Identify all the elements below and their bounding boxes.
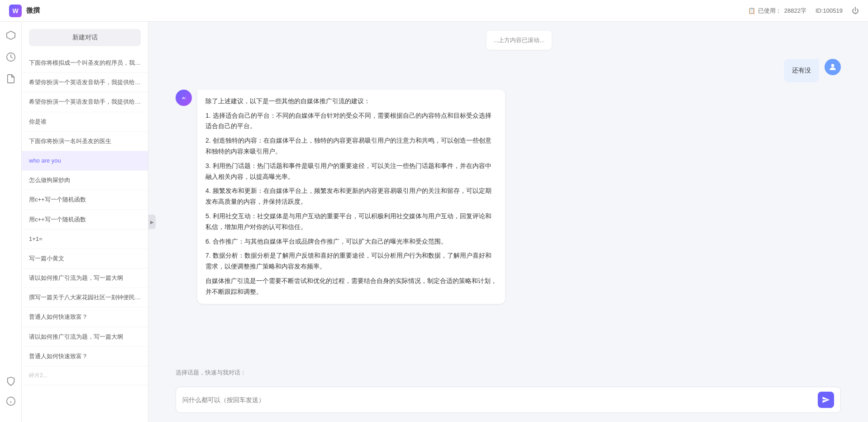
usage-info: 📋 已使用： 28822字	[748, 7, 806, 15]
chat-messages: ...上方内容已滚动... 还有没 Ai	[148, 22, 868, 364]
clock-icon[interactable]	[5, 51, 17, 63]
user-id: ID:100519	[816, 7, 843, 14]
input-wrapper	[176, 387, 841, 413]
ai-para-7: 7. 数据分析：数据分析是了解用户反馈和喜好的重要途径，可以分析用户行为和数据，…	[205, 250, 497, 272]
conv-item-3[interactable]: 希望你扮演一个英语发音助手，我提供给你...	[22, 92, 148, 112]
quick-select-label: 选择话题，快速与我对话：	[176, 369, 841, 377]
ai-para-8: 自媒体推广引流是一个需要不断尝试和优化的过程，需要结合自身的实际情况，制定合适的…	[205, 276, 497, 297]
conv-item-bottom[interactable]: 碎片2...	[22, 366, 148, 385]
svg-text:Ai: Ai	[182, 96, 186, 100]
ai-para-2: 2. 创造独特的内容：在自媒体平台上，独特的内容更容易吸引用户的注意力和共鸣，可…	[205, 135, 497, 157]
app-title: 微撰	[26, 6, 40, 15]
ai-para-4: 4. 频繁发布和更新：在自媒体平台上，频繁发布和更新的内容更容易吸引用户的关注和…	[205, 186, 497, 207]
conv-item-8[interactable]: 用c++写一个随机函数	[22, 190, 148, 210]
conv-item-5[interactable]: 下面你将扮演一名叫圣友的医生	[22, 132, 148, 151]
document-icon[interactable]	[5, 72, 17, 85]
hexagon-icon[interactable]	[5, 29, 17, 42]
ai-para-6: 6. 合作推广：与其他自媒体平台或品牌合作推广，可以扩大自己的曝光率和受众范围。	[205, 236, 497, 247]
conv-item-14[interactable]: 普通人如何快速致富？	[22, 307, 148, 327]
icon-sidebar	[0, 22, 22, 422]
conv-item-2[interactable]: 希望你扮演一个英语发音助手，我提供给你...	[22, 73, 148, 92]
svg-marker-0	[6, 31, 14, 39]
info-icon[interactable]	[5, 395, 17, 408]
chat-input[interactable]	[182, 396, 813, 403]
conv-item-7[interactable]: 怎么做狗屎炒肉	[22, 171, 148, 190]
user-message-row: 还有没	[176, 59, 841, 82]
shield-icon[interactable]	[5, 375, 17, 388]
conv-item-4[interactable]: 你是谁	[22, 112, 148, 132]
user-message-text: 还有没	[792, 67, 811, 74]
new-conversation-button[interactable]: 新建对话	[29, 29, 141, 46]
usage-label: 已使用：	[758, 7, 782, 15]
user-message-bubble: 还有没	[784, 59, 819, 82]
ai-message-bubble: 除了上述建议，以下是一些其他的自媒体推广引流的建议： 1. 选择适合自己的平台：…	[197, 90, 505, 304]
chat-area: ...上方内容已滚动... 还有没 Ai	[148, 22, 868, 422]
conv-item-12[interactable]: 请以如何推广引流为题，写一篇大纲	[22, 269, 148, 288]
ai-para-5: 5. 利用社交互动：社交媒体是与用户互动的重要平台，可以积极利用社交媒体与用户互…	[205, 211, 497, 233]
conv-item-13[interactable]: 撰写一篇关于八大家花园社区一刻钟便民生...	[22, 288, 148, 307]
header: W 微撰 📋 已使用： 28822字 ID:100519 ⏻	[0, 0, 868, 22]
conv-item-9[interactable]: 用c++写一个随机函数	[22, 210, 148, 230]
conv-item-15[interactable]: 请以如何推广引流为题，写一篇大纲	[22, 327, 148, 347]
conv-item-10[interactable]: 1+1=	[22, 230, 148, 249]
ai-message-row: Ai 除了上述建议，以下是一些其他的自媒体推广引流的建议： 1. 选择适合自己的…	[176, 90, 841, 304]
usage-value: 28822字	[784, 7, 806, 15]
svg-point-5	[831, 64, 835, 67]
ai-avatar: Ai	[176, 90, 192, 106]
logo-text: W	[12, 7, 18, 14]
app-logo: W	[9, 5, 22, 17]
ai-para-3: 3. 利用热门话题：热门话题和事件是吸引用户的重要途径，可以关注一些热门话题和事…	[205, 161, 497, 182]
sidebar-toggle[interactable]: ▶	[148, 215, 156, 229]
conv-item-6[interactable]: who are you	[22, 151, 148, 171]
input-area	[148, 382, 868, 422]
power-icon[interactable]: ⏻	[852, 7, 859, 15]
user-avatar	[825, 59, 841, 75]
ai-para-1: 1. 选择适合自己的平台：不同的自媒体平台针对的受众不同，需要根据自己的内容特点…	[205, 110, 497, 132]
conversation-sidebar: 新建对话 下面你将模拟成一个叫圣友的程序员，我说... 希望你扮演一个英语发音助…	[22, 22, 148, 422]
prev-content-banner: ...上方内容已滚动...	[486, 31, 552, 50]
quick-select-area: 选择话题，快速与我对话：	[148, 364, 868, 382]
conv-item-16[interactable]: 普通人如何快速致富？	[22, 347, 148, 366]
conv-item-1[interactable]: 下面你将模拟成一个叫圣友的程序员，我说...	[22, 53, 148, 73]
send-button[interactable]	[818, 392, 834, 408]
header-right: 📋 已使用： 28822字 ID:100519 ⏻	[748, 7, 859, 15]
main-layout: 新建对话 下面你将模拟成一个叫圣友的程序员，我说... 希望你扮演一个英语发音助…	[0, 22, 868, 422]
usage-icon: 📋	[748, 7, 755, 14]
header-left: W 微撰	[9, 5, 40, 17]
conv-item-11[interactable]: 写一篇小黄文	[22, 249, 148, 269]
ai-para-0: 除了上述建议，以下是一些其他的自媒体推广引流的建议：	[205, 96, 497, 107]
